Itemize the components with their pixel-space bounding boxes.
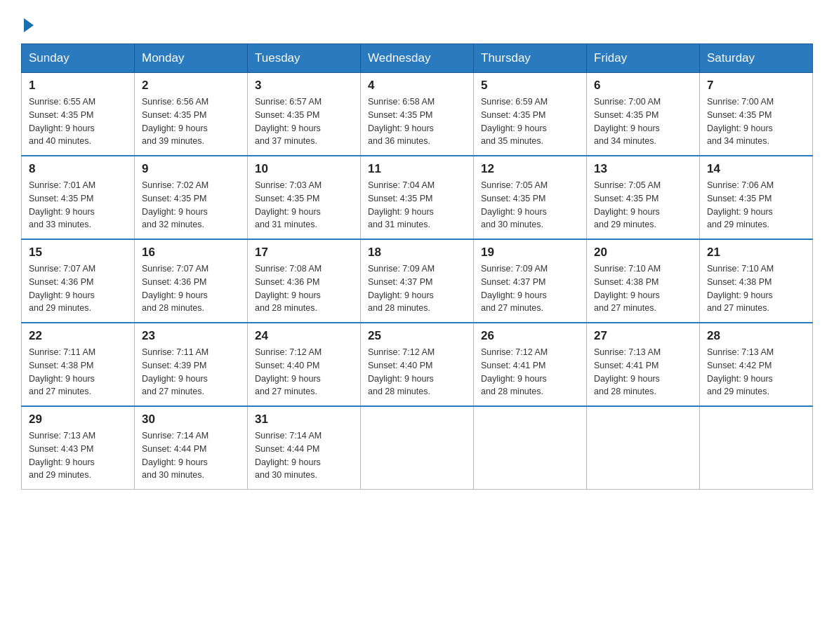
day-info: Sunrise: 7:11 AMSunset: 4:38 PMDaylight:… — [29, 346, 127, 398]
day-info: Sunrise: 7:12 AMSunset: 4:41 PMDaylight:… — [481, 346, 579, 398]
day-info: Sunrise: 7:10 AMSunset: 4:38 PMDaylight:… — [707, 262, 805, 315]
day-number: 11 — [368, 162, 466, 176]
calendar-cell: 31Sunrise: 7:14 AMSunset: 4:44 PMDayligh… — [248, 406, 361, 490]
day-info: Sunrise: 7:09 AMSunset: 4:37 PMDaylight:… — [481, 262, 579, 315]
calendar-cell: 26Sunrise: 7:12 AMSunset: 4:41 PMDayligh… — [474, 323, 587, 406]
calendar-cell: 2Sunrise: 6:56 AMSunset: 4:35 PMDaylight… — [135, 73, 248, 156]
calendar-cell — [700, 406, 813, 490]
day-number: 18 — [368, 246, 466, 260]
day-number: 22 — [29, 329, 127, 343]
day-info: Sunrise: 7:12 AMSunset: 4:40 PMDaylight:… — [255, 346, 353, 398]
calendar-week-row: 29Sunrise: 7:13 AMSunset: 4:43 PMDayligh… — [22, 406, 813, 490]
day-number: 25 — [368, 329, 466, 343]
day-number: 3 — [255, 79, 353, 93]
day-info: Sunrise: 7:12 AMSunset: 4:40 PMDaylight:… — [368, 346, 466, 398]
calendar-cell — [361, 406, 474, 490]
calendar-cell: 24Sunrise: 7:12 AMSunset: 4:40 PMDayligh… — [248, 323, 361, 406]
calendar-cell: 11Sunrise: 7:04 AMSunset: 4:35 PMDayligh… — [361, 156, 474, 239]
calendar-cell: 14Sunrise: 7:06 AMSunset: 4:35 PMDayligh… — [700, 156, 813, 239]
calendar-cell: 29Sunrise: 7:13 AMSunset: 4:43 PMDayligh… — [22, 406, 135, 490]
column-header-friday: Friday — [587, 44, 700, 73]
day-info: Sunrise: 6:58 AMSunset: 4:35 PMDaylight:… — [368, 95, 466, 148]
calendar-cell: 21Sunrise: 7:10 AMSunset: 4:38 PMDayligh… — [700, 239, 813, 323]
day-number: 26 — [481, 329, 579, 343]
calendar-cell: 28Sunrise: 7:13 AMSunset: 4:42 PMDayligh… — [700, 323, 813, 406]
column-header-wednesday: Wednesday — [361, 44, 474, 73]
day-number: 17 — [255, 246, 353, 260]
day-number: 5 — [481, 79, 579, 93]
day-info: Sunrise: 7:13 AMSunset: 4:42 PMDaylight:… — [707, 346, 805, 398]
day-number: 7 — [707, 79, 805, 93]
day-number: 12 — [481, 162, 579, 176]
column-header-monday: Monday — [135, 44, 248, 73]
calendar-cell: 1Sunrise: 6:55 AMSunset: 4:35 PMDaylight… — [22, 73, 135, 156]
day-info: Sunrise: 6:57 AMSunset: 4:35 PMDaylight:… — [255, 95, 353, 148]
calendar-cell: 30Sunrise: 7:14 AMSunset: 4:44 PMDayligh… — [135, 406, 248, 490]
day-info: Sunrise: 7:01 AMSunset: 4:35 PMDaylight:… — [29, 179, 127, 232]
day-info: Sunrise: 7:04 AMSunset: 4:35 PMDaylight:… — [368, 179, 466, 232]
day-info: Sunrise: 7:05 AMSunset: 4:35 PMDaylight:… — [481, 179, 579, 232]
day-info: Sunrise: 7:09 AMSunset: 4:37 PMDaylight:… — [368, 262, 466, 315]
calendar-cell: 6Sunrise: 7:00 AMSunset: 4:35 PMDaylight… — [587, 73, 700, 156]
day-info: Sunrise: 7:03 AMSunset: 4:35 PMDaylight:… — [255, 179, 353, 232]
day-info: Sunrise: 7:14 AMSunset: 4:44 PMDaylight:… — [255, 429, 353, 482]
day-info: Sunrise: 7:07 AMSunset: 4:36 PMDaylight:… — [29, 262, 127, 315]
day-info: Sunrise: 7:14 AMSunset: 4:44 PMDaylight:… — [142, 429, 240, 482]
day-number: 20 — [594, 246, 692, 260]
logo — [21, 17, 34, 29]
calendar-cell: 18Sunrise: 7:09 AMSunset: 4:37 PMDayligh… — [361, 239, 474, 323]
day-number: 1 — [29, 79, 127, 93]
day-number: 23 — [142, 329, 240, 343]
day-info: Sunrise: 7:11 AMSunset: 4:39 PMDaylight:… — [142, 346, 240, 398]
calendar-cell: 27Sunrise: 7:13 AMSunset: 4:41 PMDayligh… — [587, 323, 700, 406]
day-info: Sunrise: 7:13 AMSunset: 4:41 PMDaylight:… — [594, 346, 692, 398]
day-info: Sunrise: 7:10 AMSunset: 4:38 PMDaylight:… — [594, 262, 692, 315]
calendar-cell — [587, 406, 700, 490]
calendar-cell: 5Sunrise: 6:59 AMSunset: 4:35 PMDaylight… — [474, 73, 587, 156]
day-number: 6 — [594, 79, 692, 93]
column-header-tuesday: Tuesday — [248, 44, 361, 73]
column-header-thursday: Thursday — [474, 44, 587, 73]
column-header-saturday: Saturday — [700, 44, 813, 73]
calendar-cell: 13Sunrise: 7:05 AMSunset: 4:35 PMDayligh… — [587, 156, 700, 239]
day-number: 28 — [707, 329, 805, 343]
day-number: 15 — [29, 246, 127, 260]
day-number: 21 — [707, 246, 805, 260]
calendar-cell — [474, 406, 587, 490]
day-number: 24 — [255, 329, 353, 343]
day-number: 13 — [594, 162, 692, 176]
calendar-week-row: 8Sunrise: 7:01 AMSunset: 4:35 PMDaylight… — [22, 156, 813, 239]
day-info: Sunrise: 7:07 AMSunset: 4:36 PMDaylight:… — [142, 262, 240, 315]
calendar-cell: 16Sunrise: 7:07 AMSunset: 4:36 PMDayligh… — [135, 239, 248, 323]
day-info: Sunrise: 7:00 AMSunset: 4:35 PMDaylight:… — [707, 95, 805, 148]
calendar-cell: 12Sunrise: 7:05 AMSunset: 4:35 PMDayligh… — [474, 156, 587, 239]
day-number: 29 — [29, 412, 127, 427]
day-number: 10 — [255, 162, 353, 176]
calendar-cell: 10Sunrise: 7:03 AMSunset: 4:35 PMDayligh… — [248, 156, 361, 239]
calendar-cell: 4Sunrise: 6:58 AMSunset: 4:35 PMDaylight… — [361, 73, 474, 156]
day-info: Sunrise: 7:02 AMSunset: 4:35 PMDaylight:… — [142, 179, 240, 232]
day-info: Sunrise: 6:59 AMSunset: 4:35 PMDaylight:… — [481, 95, 579, 148]
calendar-cell: 7Sunrise: 7:00 AMSunset: 4:35 PMDaylight… — [700, 73, 813, 156]
page-header — [21, 17, 813, 29]
day-info: Sunrise: 7:05 AMSunset: 4:35 PMDaylight:… — [594, 179, 692, 232]
calendar-cell: 25Sunrise: 7:12 AMSunset: 4:40 PMDayligh… — [361, 323, 474, 406]
day-number: 16 — [142, 246, 240, 260]
logo-arrow-icon — [24, 18, 34, 32]
day-number: 30 — [142, 412, 240, 427]
day-number: 31 — [255, 412, 353, 427]
day-info: Sunrise: 7:00 AMSunset: 4:35 PMDaylight:… — [594, 95, 692, 148]
calendar-week-row: 1Sunrise: 6:55 AMSunset: 4:35 PMDaylight… — [22, 73, 813, 156]
day-number: 14 — [707, 162, 805, 176]
day-number: 4 — [368, 79, 466, 93]
column-header-sunday: Sunday — [22, 44, 135, 73]
calendar-cell: 8Sunrise: 7:01 AMSunset: 4:35 PMDaylight… — [22, 156, 135, 239]
day-number: 9 — [142, 162, 240, 176]
calendar-cell: 17Sunrise: 7:08 AMSunset: 4:36 PMDayligh… — [248, 239, 361, 323]
calendar-cell: 22Sunrise: 7:11 AMSunset: 4:38 PMDayligh… — [22, 323, 135, 406]
day-number: 19 — [481, 246, 579, 260]
day-number: 8 — [29, 162, 127, 176]
day-info: Sunrise: 6:55 AMSunset: 4:35 PMDaylight:… — [29, 95, 127, 148]
calendar-header-row: SundayMondayTuesdayWednesdayThursdayFrid… — [22, 44, 813, 73]
calendar-cell: 23Sunrise: 7:11 AMSunset: 4:39 PMDayligh… — [135, 323, 248, 406]
